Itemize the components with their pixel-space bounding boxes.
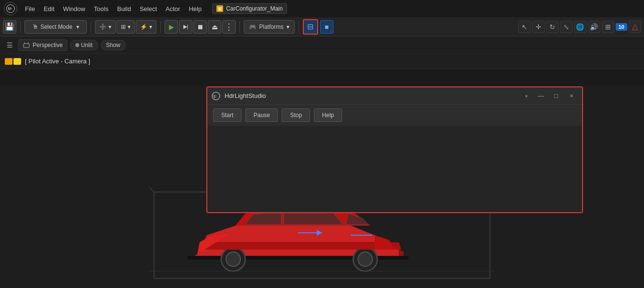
move-icon-btn[interactable]: ✛	[532, 21, 545, 33]
separator-1	[20, 21, 21, 33]
settings-icon-btn[interactable]: △	[629, 21, 641, 33]
separator-5	[298, 21, 299, 33]
play-button[interactable]: ▶	[165, 20, 178, 34]
build-icon: ⚡	[140, 24, 147, 30]
hdr-start-button[interactable]: Start	[213, 108, 241, 122]
select-tr-icon[interactable]: ↖	[518, 21, 531, 33]
menu-select[interactable]: Select	[136, 4, 161, 14]
stop-icon: ⏹	[197, 23, 203, 31]
viewport-menu-toggle[interactable]: ☰	[4, 39, 15, 51]
content-area: ☰ Perspective Unlit Show	[0, 36, 644, 288]
title-tab[interactable]: ▦ CarConfigurator_Main	[212, 3, 287, 14]
svg-line-6	[149, 187, 154, 192]
cursor-icon: 🖱	[32, 23, 38, 30]
perspective-label: Perspective	[33, 42, 63, 48]
transform-group: ➕ ▾ ⊞ ▾ ⚡ ▾	[95, 20, 156, 34]
unlit-dot	[75, 43, 79, 47]
step-button[interactable]: ▶|	[179, 20, 192, 34]
save-icon: 💾	[5, 22, 14, 31]
grid-icon-btn[interactable]: ⊞	[602, 21, 614, 33]
surface-icon-btn[interactable]: 🔊	[588, 21, 600, 33]
hdr-icon: ⊟	[307, 22, 313, 31]
rotate-icon-btn[interactable]: ↻	[546, 21, 559, 33]
scale-icon-btn[interactable]: ⤡	[560, 21, 572, 33]
camera-icon-orange	[5, 58, 12, 65]
hdr-stop-button[interactable]: Stop	[282, 108, 310, 122]
camera-icons	[5, 58, 21, 65]
select-mode-label: Select Mode	[40, 24, 72, 30]
surface-icon: 🔊	[590, 23, 598, 31]
scale-icon: ⤡	[563, 23, 569, 31]
eject-button[interactable]: ⏏	[208, 20, 221, 34]
hdr-button[interactable]: ⊟	[303, 19, 318, 35]
ue-logo: U	[4, 2, 17, 15]
build-button[interactable]: ⚡ ▾	[136, 20, 156, 34]
menu-actor[interactable]: Actor	[162, 4, 184, 14]
stop-button[interactable]: ⏹	[193, 20, 207, 34]
hdr-win-controls: — □ ×	[534, 90, 578, 102]
more-button[interactable]: ⋮	[222, 20, 236, 34]
add-actor-icon: ➕	[99, 24, 107, 30]
viewport-header: ☰ Perspective Unlit Show	[0, 36, 644, 54]
hamburger-icon: ☰	[7, 41, 13, 49]
pilot-camera-bar: [ Pilot Active - Camera ]	[0, 54, 644, 69]
platforms-label: Platforms	[259, 24, 284, 30]
platforms-chevron: ▾	[286, 24, 289, 30]
menu-tools[interactable]: Tools	[90, 4, 112, 14]
menu-file[interactable]: File	[21, 4, 39, 14]
menu-build[interactable]: Build	[113, 4, 135, 14]
hdr-close-tab-button[interactable]: ×	[523, 92, 530, 100]
show-button[interactable]: Show	[101, 40, 126, 50]
menu-edit[interactable]: Edit	[40, 4, 58, 14]
eject-icon: ⏏	[212, 23, 218, 31]
hdr-content-area	[207, 126, 582, 212]
separator-2	[91, 21, 91, 33]
hdr-minimize-button[interactable]: —	[534, 90, 548, 102]
play-controls: ▶ ▶| ⏹ ⏏ ⋮	[165, 20, 236, 34]
menu-window[interactable]: Window	[59, 4, 89, 14]
select-mode-chevron: ▾	[76, 24, 79, 30]
viewport-scene: U HdrLightStudio × — □ × Start Pause Sto…	[0, 86, 644, 288]
separator-4	[239, 21, 240, 33]
svg-point-10	[226, 252, 240, 266]
menu-help[interactable]: Help	[185, 4, 205, 14]
play-icon: ▶	[169, 23, 174, 31]
move-icon: ✛	[536, 23, 541, 31]
hdr-help-button[interactable]: Help	[314, 108, 342, 122]
title-bar: U File Edit Window Tools Build Select Ac…	[0, 0, 644, 17]
svg-rect-2	[24, 44, 29, 48]
save-button[interactable]: 💾	[3, 20, 16, 34]
platforms-icon: 🎮	[249, 24, 256, 30]
platforms-button[interactable]: 🎮 Platforms ▾	[244, 20, 295, 34]
hdr-dialog-title: HdrLightStudio	[225, 92, 519, 99]
perspective-button[interactable]: Perspective	[18, 39, 67, 51]
blueprint-button[interactable]: ■	[320, 20, 334, 34]
hdr-titlebar: U HdrLightStudio × — □ ×	[207, 87, 582, 105]
globe-icon-btn[interactable]: 🌐	[574, 21, 586, 33]
add-actor-chevron: ▾	[108, 24, 111, 30]
grid-icon: ⊞	[605, 23, 611, 31]
main-toolbar: 💾 🖱 Select Mode ▾ ➕ ▾ ⊞ ▾ ⚡ ▾	[0, 17, 644, 36]
unlit-button[interactable]: Unlit	[70, 40, 98, 50]
hdr-buttons-bar: Start Pause Stop Help	[207, 105, 582, 126]
blueprint-icon: ■	[324, 23, 328, 31]
more-icon: ⋮	[225, 22, 233, 32]
pilot-camera-label: [ Pilot Active - Camera ]	[25, 58, 90, 65]
hdr-pause-button[interactable]: Pause	[245, 108, 278, 122]
select-mode-button[interactable]: 🖱 Select Mode ▾	[24, 20, 87, 34]
rotate-icon: ↻	[549, 23, 555, 31]
hdr-title-icon: U	[211, 91, 221, 101]
svg-text:U: U	[214, 94, 217, 99]
grid-snap-icon: ⊞	[121, 24, 126, 30]
hdr-dialog: U HdrLightStudio × — □ × Start Pause Sto…	[206, 86, 583, 213]
add-actor-button[interactable]: ➕ ▾	[95, 20, 116, 34]
hdr-maximize-button[interactable]: □	[549, 90, 563, 102]
settings-icon: △	[632, 22, 638, 31]
arrow-icon: ↖	[522, 23, 527, 31]
menu-bar: File Edit Window Tools Build Select Acto…	[21, 4, 205, 14]
grid-snap-button[interactable]: ⊞ ▾	[117, 20, 135, 34]
build-badge: 10	[616, 23, 627, 31]
globe-icon: 🌐	[576, 23, 584, 31]
hdr-close-button[interactable]: ×	[565, 90, 578, 102]
show-label: Show	[106, 42, 120, 48]
